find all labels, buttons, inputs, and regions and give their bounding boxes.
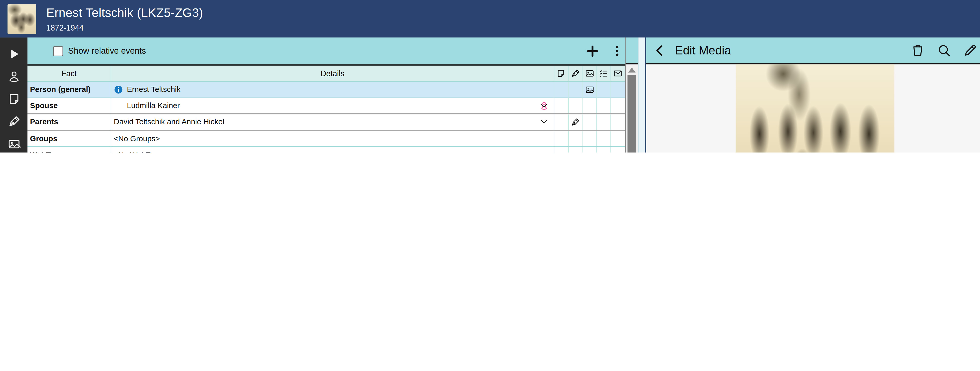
chevron-down-icon[interactable] [180,101,189,110]
vertical-scrollbar[interactable] [626,38,638,153]
sidebar-item-pen[interactable] [3,110,25,132]
info-icon [114,85,123,94]
back-button[interactable] [654,43,666,58]
scrollbar-up-arrow-icon[interactable] [628,67,635,72]
add-fact-button[interactable] [585,38,600,64]
sidebar-item-note[interactable] [3,88,25,110]
note-icon [554,66,568,81]
edit-media-panel: Edit Media Media Media typeImageFilename… [645,38,980,153]
left-icon-sidebar [0,38,27,153]
summary-row-webtags[interactable]: WebTags<No WebTags> [27,147,625,153]
back-chevron-icon [654,43,666,58]
summary-details-text: <No Groups> [114,135,160,143]
chevron-down-icon[interactable] [224,118,234,127]
show-relative-events-checkbox[interactable] [53,46,63,56]
pen-icon [571,118,580,127]
note-icon [7,92,20,105]
more-options-button[interactable] [611,38,624,64]
edit-media-title: Edit Media [675,43,731,57]
facts-toolbar: Show relative events [27,38,625,66]
summary-row-person-general-[interactable]: Person (general)Ernest Teltschik [27,82,625,98]
summary-row-groups[interactable]: Groups<No Groups> [27,131,625,147]
summary-table: Fact Details Person (general)Ernest Telt… [27,66,625,153]
summary-details-text: Ernest Teltschik [127,85,180,94]
delete-media-button[interactable] [911,43,925,57]
edit-media-button[interactable] [963,43,977,57]
rootsmagic-window: Ernest Teltschik (LKZ5-ZG3) 1872-1944 Sh… [0,0,980,153]
search-media-button[interactable] [937,43,951,57]
panel-splitter-handle[interactable] [638,38,645,153]
summary-details-text: Ludmilla Kainer [127,101,180,110]
envelope-icon [611,66,625,81]
media-preview-photo[interactable] [736,64,894,153]
scrollbar-thumb[interactable] [627,75,636,153]
pen-icon [568,66,582,81]
page-title: Ernest Teltschik (LKZ5-ZG3) [46,5,203,20]
kebab-icon [611,45,624,57]
summary-details-text: <No WebTags> [114,150,167,153]
checklist-icon [597,66,611,81]
edit-media-header: Edit Media [646,38,980,64]
column-header-fact: Fact [27,66,111,81]
summary-row-spouse[interactable]: SpouseLudmilla Kainer [27,98,625,115]
sidebar-item-image[interactable] [3,132,25,153]
summary-table-header: Fact Details [27,66,625,82]
summary-row-parents[interactable]: ParentsDavid Teltschik and Annie Hickel [27,115,625,131]
title-bar: Ernest Teltschik (LKZ5-ZG3) 1872-1944 [0,0,980,38]
person-facts-panel: Show relative events Fact Details Person… [27,38,626,153]
image-icon [585,85,594,94]
column-header-details: Details [111,66,554,81]
show-relative-events-label: Show relative events [68,46,146,56]
sidebar-item-person[interactable] [3,65,25,88]
female-icon [114,101,123,110]
pen-icon [7,115,20,128]
summary-details-text: David Teltschik and Annie Hickel [114,118,224,127]
plus-icon [585,43,600,58]
page-subtitle-lifespan: 1872-1944 [46,24,203,33]
person-icon [7,70,20,83]
image-icon [582,66,597,81]
image-icon [7,137,20,150]
sidebar-item-play[interactable] [3,43,25,65]
person-thumbnail-photo[interactable] [8,4,36,33]
play-icon [7,47,20,61]
